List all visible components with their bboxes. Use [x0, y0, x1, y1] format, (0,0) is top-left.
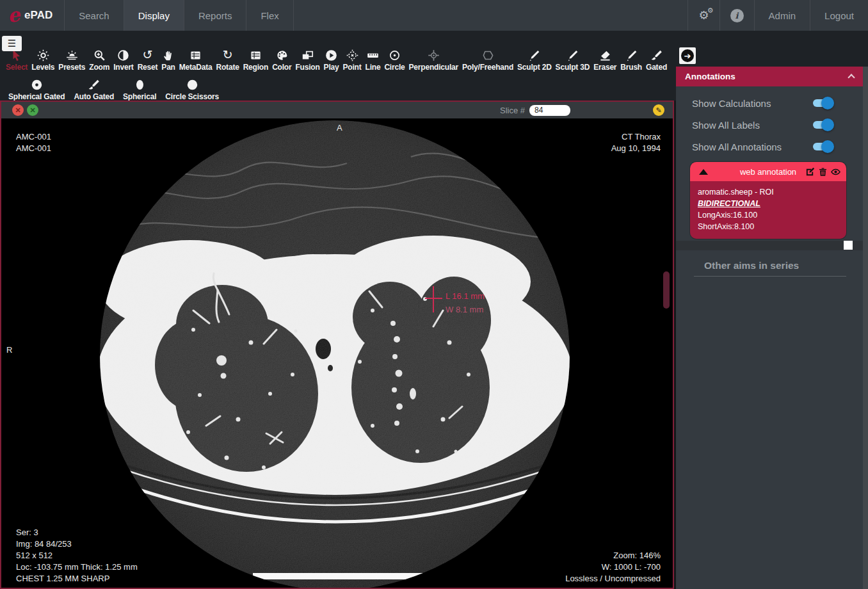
expand-viewport-button[interactable]: ✕	[27, 104, 38, 116]
delete-annotation-button[interactable]	[818, 167, 828, 177]
tool-metadata[interactable]: MetaData	[177, 46, 214, 72]
tool-color[interactable]: Color	[270, 46, 293, 72]
top-nav: e ePAD SearchDisplayReportsFlex ⚙⚙ i Adm…	[0, 0, 868, 31]
divider	[694, 276, 846, 277]
patient-info-top-left: AMC-001AMC-001	[16, 131, 51, 154]
show-all-annotations-toggle[interactable]	[813, 143, 832, 150]
overlay-text-line: Lossless / Uncompressed	[565, 573, 661, 585]
point-target-icon	[346, 46, 358, 61]
tool-spherical-gated[interactable]: Spherical Gated	[4, 76, 69, 101]
show-calculations-toggle[interactable]	[813, 99, 832, 107]
tool-circle-scissors[interactable]: Circle Scissors	[161, 76, 223, 101]
nav-item-admin[interactable]: Admin	[754, 0, 810, 31]
tool-sculpt-2d[interactable]: Sculpt 2D	[515, 46, 554, 72]
annotation-card-header[interactable]: web annotation	[690, 162, 846, 181]
tool-poly-freehand[interactable]: Poly/Freehand	[460, 46, 515, 72]
overlay-text-line: Ser: 3	[16, 527, 138, 538]
tool-label: Eraser	[593, 63, 616, 72]
epad-logo[interactable]: e ePAD	[0, 0, 65, 31]
toggle-row-show-all-labels: Show All Labels	[676, 114, 863, 136]
panel-scrollbar-track[interactable]	[863, 67, 868, 589]
scrollbar-thumb[interactable]	[844, 241, 853, 250]
circle-dot-filled-icon	[31, 76, 43, 91]
info-button[interactable]: i	[719, 0, 754, 31]
nav-item-display[interactable]: Display	[124, 0, 184, 31]
pen-icon	[567, 46, 579, 61]
annotations-section-header[interactable]: Annotations	[676, 67, 863, 86]
tool-point[interactable]: Point	[341, 46, 364, 72]
slice-scrollbar-thumb[interactable]	[663, 271, 670, 309]
tool-presets[interactable]: Presets	[56, 46, 87, 72]
measurement-short-axis-label: W 8.1 mm	[446, 305, 483, 314]
close-viewport-button[interactable]: ✕	[12, 104, 24, 116]
show-all-labels-toggle[interactable]	[813, 121, 832, 129]
tool-label: Spherical Gated	[8, 92, 65, 101]
tool-label: Select	[6, 63, 28, 72]
tool-brush[interactable]: Brush	[618, 46, 644, 72]
study-info-top-right: CT ThoraxAug 10, 1994	[611, 131, 661, 154]
hamburger-icon: ☰	[8, 38, 16, 49]
reset-arrow-icon: ↺	[143, 46, 153, 61]
tool-rotate[interactable]: ↻Rotate	[214, 46, 241, 72]
tool-label: Sculpt 3D	[556, 63, 590, 72]
tool-label: Point	[343, 63, 362, 72]
pen-icon	[625, 46, 638, 61]
tool-invert[interactable]: Invert	[111, 46, 135, 72]
nav-item-search[interactable]: Search	[65, 0, 124, 31]
tool-reset[interactable]: ↺Reset	[136, 46, 160, 72]
expand-icon: ✕	[29, 106, 35, 115]
tool-fusion[interactable]: Fusion	[293, 46, 321, 72]
ct-scan-image[interactable]	[1, 118, 673, 588]
arrow-right-icon: ➔	[681, 49, 694, 62]
tool-label: Auto Gated	[74, 92, 114, 101]
slice-number-label: Slice #	[500, 106, 525, 115]
nav-item-flex[interactable]: Flex	[246, 0, 293, 31]
slice-number-input[interactable]	[529, 105, 570, 116]
magnifier-plus-icon	[93, 46, 106, 61]
show-annotation-eye-button[interactable]	[831, 167, 840, 177]
tool-gated[interactable]: Gated	[644, 46, 669, 72]
tool-region[interactable]: Region	[241, 46, 270, 72]
tool-label: Line	[366, 63, 381, 72]
tool-sculpt-3d[interactable]: Sculpt 3D	[554, 46, 592, 72]
overlay-text-line: Zoom: 146%	[565, 550, 661, 561]
tool-label: Color	[272, 63, 291, 72]
tool-label: MetaData	[179, 63, 213, 72]
tool-play[interactable]: Play	[322, 46, 341, 72]
tool-pan[interactable]: Pan	[159, 46, 177, 72]
tool-label: Spherical	[123, 92, 156, 101]
table-icon	[250, 46, 262, 61]
settings-button[interactable]: ⚙⚙	[687, 0, 719, 31]
crosshair-icon	[428, 46, 440, 61]
close-icon: ✕	[15, 106, 20, 115]
collapse-panel-button[interactable]: ➔	[679, 47, 696, 64]
toggle-knob	[821, 118, 834, 131]
overlay-text-line: CT Thorax	[611, 131, 661, 143]
nav-item-logout[interactable]: Logout	[810, 0, 868, 31]
orientation-marker-top: A	[337, 122, 342, 134]
ct-image-area[interactable]: AMC-001AMC-001 CT ThoraxAug 10, 1994 A R…	[1, 118, 673, 588]
edit-slice-button[interactable]: ✎	[653, 104, 664, 116]
tool-zoom[interactable]: Zoom	[87, 46, 111, 72]
menu-button[interactable]: ☰	[2, 36, 22, 51]
brand-name: ePAD	[24, 9, 52, 22]
tool-eraser[interactable]: Eraser	[591, 46, 618, 72]
edit-annotation-button[interactable]	[805, 167, 815, 177]
tool-levels[interactable]: Levels	[29, 46, 56, 72]
tool-circle[interactable]: Circle	[382, 46, 406, 72]
nav-item-reports[interactable]: Reports	[184, 0, 247, 31]
tool-spherical[interactable]: Spherical	[118, 76, 161, 101]
circle-dot-icon	[389, 46, 401, 61]
tool-label: Play	[324, 63, 339, 72]
pen-icon	[528, 46, 540, 61]
annotation-card[interactable]: web annotation aromatic.sheep - ROI BIDI…	[690, 162, 846, 239]
annotation-shape-type: BIDIRECTIONAL	[698, 198, 839, 209]
toggle-row-show-calculations: Show Calculations	[676, 92, 863, 114]
measurement-long-axis-label: L 16.1 mm	[446, 291, 485, 301]
tool-auto-gated[interactable]: Auto Gated	[69, 76, 118, 101]
display-info-bottom-right: Zoom: 146%W: 1000 L: -700Lossless / Unco…	[565, 550, 661, 585]
tool-line[interactable]: Line	[364, 46, 383, 72]
tool-perpendicular[interactable]: Perpendicular	[407, 46, 460, 72]
tool-label: Invert	[113, 63, 133, 72]
toggle-row-show-all-annotations: Show All Annotations	[676, 136, 863, 157]
